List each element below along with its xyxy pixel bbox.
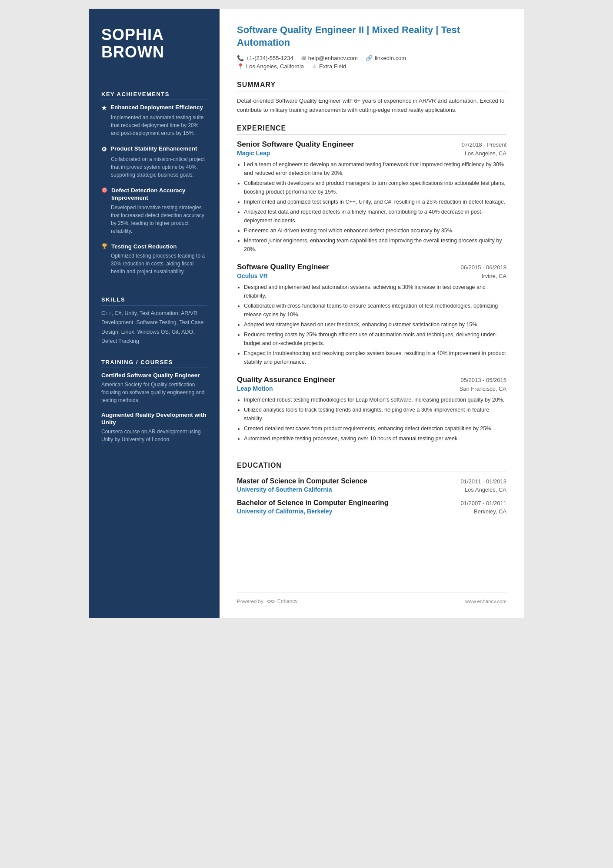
list-item: Collaborated with cross-functional teams… xyxy=(244,302,506,319)
footer-website: www.enhancv.com xyxy=(465,599,506,604)
training-title-text: Augmented Reality Development with Unity xyxy=(101,411,207,426)
achievement-title-text: Defect Detection Accuracy Improvement xyxy=(111,187,207,202)
summary-text: Detail-oriented Software Quality Enginee… xyxy=(237,97,506,115)
education-section-title: EDUCATION xyxy=(237,462,506,472)
contact-location-text: Los Angeles, California xyxy=(246,63,304,70)
contact-phone: 📞 +1-(234)-555-1234 xyxy=(237,55,293,61)
job-2-location: Irvine, CA xyxy=(482,273,506,279)
main-content: Software Quality Engineer II | Mixed Rea… xyxy=(220,9,524,618)
training-desc: American Society for Quality certificati… xyxy=(101,381,207,404)
job-3-title: Quality Assurance Engineer xyxy=(237,375,335,384)
edu-1-degree: Master of Science in Computer Science xyxy=(237,477,367,485)
job-2-header: Software Quality Engineer 06/2015 - 06/2… xyxy=(237,263,506,271)
contact-linkedin-text: linkedin.com xyxy=(375,55,406,61)
trophy-icon: 🏆 xyxy=(101,243,108,250)
achievement-desc: Optimized testing processes leading to a… xyxy=(101,252,207,275)
job-1-company-row: Magic Leap Los Angeles, CA xyxy=(237,150,506,157)
candidate-name: SOPHIA BROWN xyxy=(101,26,207,60)
job-2-company: Oculus VR xyxy=(237,272,268,279)
job-2-bullets: Designed and implemented test automation… xyxy=(244,283,506,368)
list-item: Implemented robust testing methodologies… xyxy=(244,395,506,404)
list-item: Mentored junior engineers, enhancing tea… xyxy=(244,236,506,254)
contact-row-2: 📍 Los Angeles, California ☆ Extra Field xyxy=(237,63,506,70)
footer: Powered by Enhancv www.enhancv.com xyxy=(237,592,506,605)
training-title-text: Certified Software Quality Engineer xyxy=(101,372,207,379)
list-item: Collaborated with developers and product… xyxy=(244,179,506,196)
edu-1-location: Los Angeles, CA xyxy=(465,486,506,493)
achievements-list: ★ Enhanced Deployment Efficiency Impleme… xyxy=(101,104,207,283)
target-icon: 🎯 xyxy=(101,187,108,194)
list-item: Created detailed test cases from product… xyxy=(244,424,506,433)
edu-2-degree: Bachelor of Science in Computer Engineer… xyxy=(237,499,389,507)
edu-2-location: Berkeley, CA xyxy=(474,508,506,515)
job-1-company: Magic Leap xyxy=(237,150,270,157)
training-item: Augmented Reality Development with Unity… xyxy=(101,411,207,443)
list-item: Analyzed test data and reported defects … xyxy=(244,208,506,225)
enhancv-logo: Enhancv xyxy=(266,598,298,605)
edu-1-dates: 01/2011 - 01/2013 xyxy=(460,478,506,485)
training-list: Certified Software Quality Engineer Amer… xyxy=(101,372,207,450)
achievement-title-text: Product Stability Enhancement xyxy=(110,145,197,153)
contact-email: ✉ help@enhancv.com xyxy=(301,55,358,61)
footer-left: Powered by Enhancv xyxy=(237,598,297,605)
achievement-title-text: Testing Cost Reduction xyxy=(111,243,177,251)
powered-by-label: Powered by xyxy=(237,599,263,604)
list-item: Reduced testing costs by 25% through eff… xyxy=(244,330,506,348)
achievement-title-text: Enhanced Deployment Efficiency xyxy=(110,104,203,111)
training-section-title: TRAINING / COURSES xyxy=(101,359,207,368)
job-2-dates: 06/2015 - 06/2018 xyxy=(460,264,506,271)
edu-1-school: University of Southern California xyxy=(237,486,332,493)
achievement-item: 🎯 Defect Detection Accuracy Improvement … xyxy=(101,187,207,235)
phone-icon: 📞 xyxy=(237,55,244,61)
edu-2-dates: 01/2007 - 01/2011 xyxy=(460,500,506,506)
skills-text: C++, C#, Unity, Test Automation, AR/VR D… xyxy=(101,309,207,346)
achievements-section-title: KEY ACHIEVEMENTS xyxy=(101,91,207,100)
contact-email-text: help@enhancv.com xyxy=(308,55,358,61)
star-icon: ★ xyxy=(101,104,107,112)
training-desc: Coursera course on AR development using … xyxy=(101,428,207,443)
job-2-title: Software Quality Engineer xyxy=(237,263,329,271)
list-item: Adapted test strategies based on user fe… xyxy=(244,320,506,329)
job-3-bullets: Implemented robust testing methodologies… xyxy=(244,395,506,444)
resume-container: SOPHIA BROWN KEY ACHIEVEMENTS ★ Enhanced… xyxy=(89,9,524,618)
list-item: Utilized analytics tools to track testin… xyxy=(244,406,506,423)
gear-icon: ⚙ xyxy=(101,145,107,153)
brand-name: Enhancv xyxy=(277,598,298,604)
achievement-desc: Collaborated on a mission-critical proje… xyxy=(101,155,207,179)
contact-extra-text: Extra Field xyxy=(319,63,346,70)
contact-linkedin: 🔗 linkedin.com xyxy=(366,55,406,61)
job-3-dates: 05/2013 - 05/2015 xyxy=(460,377,506,383)
edu-1-header: Master of Science in Computer Science 01… xyxy=(237,477,506,485)
edu-2-school: University of California, Berkeley xyxy=(237,508,332,515)
location-icon: 📍 xyxy=(237,63,244,70)
experience-section-title: EXPERIENCE xyxy=(237,124,506,135)
list-item: Led a team of engineers to develop an au… xyxy=(244,160,506,178)
job-1-location: Los Angeles, CA xyxy=(465,150,506,157)
job-3-header: Quality Assurance Engineer 05/2013 - 05/… xyxy=(237,375,506,384)
contact-phone-text: +1-(234)-555-1234 xyxy=(246,55,293,61)
edu-2-school-row: University of California, Berkeley Berke… xyxy=(237,508,506,515)
edu-1-school-row: University of Southern California Los An… xyxy=(237,486,506,493)
link-icon: 🔗 xyxy=(366,55,373,61)
achievement-item: ⚙ Product Stability Enhancement Collabor… xyxy=(101,145,207,178)
list-item: Pioneered an AI-driven testing tool whic… xyxy=(244,226,506,235)
job-3-company-row: Leap Motion San Francisco, CA xyxy=(237,385,506,392)
job-1-dates: 07/2018 - Present xyxy=(462,141,506,148)
contact-location: 📍 Los Angeles, California xyxy=(237,63,304,70)
job-2-company-row: Oculus VR Irvine, CA xyxy=(237,272,506,279)
skills-section-title: SKILLS xyxy=(101,296,207,305)
achievement-desc: Developed innovative testing strategies … xyxy=(101,204,207,235)
job-1-bullets: Led a team of engineers to develop an au… xyxy=(244,160,506,255)
training-item: Certified Software Quality Engineer Amer… xyxy=(101,372,207,404)
edu-2-header: Bachelor of Science in Computer Engineer… xyxy=(237,499,506,507)
logo-icon xyxy=(266,598,276,605)
job-3-company: Leap Motion xyxy=(237,385,273,392)
job-3-location: San Francisco, CA xyxy=(460,385,506,392)
contact-row-1: 📞 +1-(234)-555-1234 ✉ help@enhancv.com 🔗… xyxy=(237,55,506,61)
list-item: Designed and implemented test automation… xyxy=(244,283,506,300)
achievement-desc: Implemented an automated testing suite t… xyxy=(101,114,207,137)
achievement-item: 🏆 Testing Cost Reduction Optimized testi… xyxy=(101,243,207,276)
summary-section-title: SUMMARY xyxy=(237,81,506,91)
list-item: Automated repetitive testing processes, … xyxy=(244,434,506,443)
job-1-title: Senior Software Quality Engineer xyxy=(237,140,354,149)
